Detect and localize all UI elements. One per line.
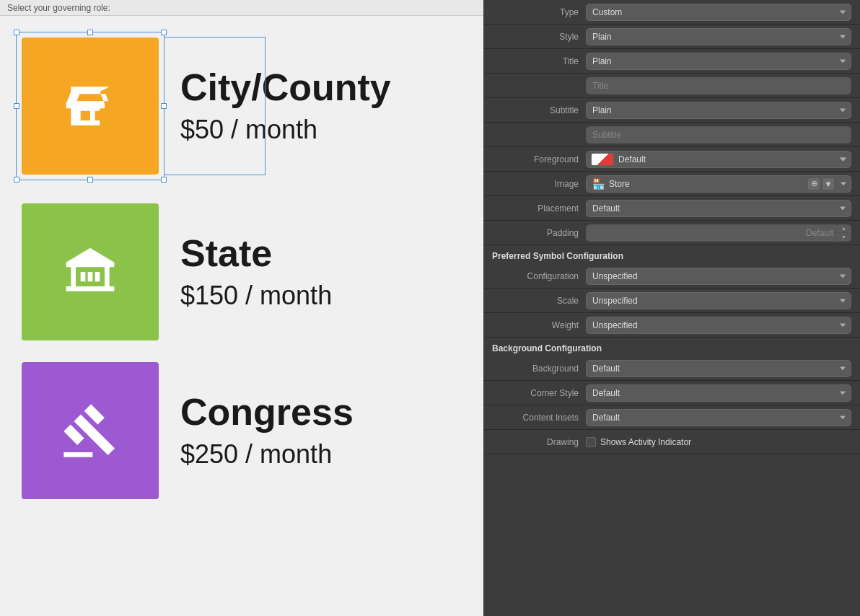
placement-value[interactable]: Default	[586, 200, 851, 217]
city-county-price: $50 / month	[180, 115, 391, 145]
congress-price: $250 / month	[180, 439, 354, 470]
image-prev-btn[interactable]: ⊕	[807, 177, 820, 190]
dim-line-h-bottom	[164, 175, 266, 175]
handle-ml[interactable]	[14, 103, 19, 109]
dim-line-h-top	[164, 37, 266, 38]
corner-style-value[interactable]: Default	[586, 384, 851, 402]
drawing-row: Drawing Shows Activity Indicator	[483, 430, 860, 454]
congress-icon-box	[22, 362, 159, 499]
configuration-dropdown[interactable]: Unspecified	[586, 268, 851, 285]
gavel-icon	[61, 402, 119, 459]
drawing-label: Drawing	[492, 437, 586, 447]
weight-dropdown[interactable]: Unspecified	[586, 317, 851, 334]
title-input-value[interactable]	[586, 77, 851, 94]
state-text: State $150 / month	[180, 233, 332, 310]
subtitle-input-row	[483, 123, 860, 147]
placement-row: Placement Default	[483, 196, 860, 221]
type-value[interactable]: Custom	[586, 4, 851, 21]
title-label: Title	[492, 56, 586, 66]
content-insets-value[interactable]: Default	[586, 409, 851, 426]
city-county-icon-box	[22, 38, 159, 175]
configuration-select-wrapper[interactable]: Unspecified	[586, 268, 851, 285]
corner-style-select-wrapper[interactable]: Default	[586, 384, 851, 402]
background-section-header: Background Configuration	[483, 338, 860, 356]
congress-title: Congress	[180, 392, 354, 433]
city-county-card[interactable]: City/County $50 / month	[22, 38, 462, 175]
city-county-title: City/County	[180, 67, 391, 108]
padding-label: Padding	[492, 228, 586, 238]
title-input-row	[483, 74, 860, 98]
handle-br[interactable]	[161, 177, 167, 182]
state-card[interactable]: State $150 / month	[22, 203, 462, 340]
title-input[interactable]	[586, 77, 851, 94]
background-label: Background	[492, 364, 586, 374]
scale-row: Scale Unspecified	[483, 289, 860, 313]
foreground-value[interactable]: Default	[586, 151, 851, 168]
corner-style-dropdown[interactable]: Default	[586, 384, 851, 402]
image-value[interactable]: 🏪 Store ⊕ ▼	[586, 175, 851, 193]
configuration-value[interactable]: Unspecified	[586, 268, 851, 285]
store-icon	[61, 77, 119, 135]
corner-style-label: Corner Style	[492, 388, 586, 398]
scale-value[interactable]: Unspecified	[586, 292, 851, 309]
title-select-wrapper[interactable]: Plain	[586, 53, 851, 70]
foreground-chevron	[841, 157, 846, 161]
handle-bl[interactable]	[14, 177, 19, 182]
title-dropdown[interactable]: Plain	[586, 53, 851, 70]
style-value[interactable]: Plain	[586, 28, 851, 45]
subtitle-select-wrapper[interactable]: Plain	[586, 102, 851, 119]
image-text: Store	[609, 179, 803, 189]
subtitle-input[interactable]	[586, 126, 851, 144]
padding-value[interactable]: Default ▲ ▼	[586, 224, 851, 242]
state-price: $150 / month	[180, 281, 332, 311]
subtitle-label: Subtitle	[492, 105, 586, 115]
image-next-btn[interactable]: ▼	[822, 177, 835, 190]
type-label: Type	[492, 7, 586, 17]
padding-spinner[interactable]: Default ▲ ▼	[586, 224, 851, 242]
handle-tm[interactable]	[87, 30, 93, 35]
foreground-color-swatch	[591, 153, 614, 166]
weight-row: Weight Unspecified	[483, 313, 860, 338]
weight-select-wrapper[interactable]: Unspecified	[586, 317, 851, 334]
scale-select-wrapper[interactable]: Unspecified	[586, 292, 851, 309]
title-value[interactable]: Plain	[586, 53, 851, 70]
city-county-text: City/County $50 / month	[180, 67, 391, 144]
preferred-symbol-section-header: Preferred Symbol Configuration	[483, 245, 860, 264]
type-dropdown[interactable]: Custom	[586, 4, 851, 21]
handle-mr[interactable]	[161, 103, 167, 109]
subtitle-input-value[interactable]	[586, 126, 851, 144]
style-dropdown[interactable]: Plain	[586, 28, 851, 45]
padding-text: Default	[592, 228, 833, 238]
handle-tr[interactable]	[161, 30, 167, 35]
handle-tl[interactable]	[14, 30, 19, 35]
subtitle-dropdown[interactable]: Plain	[586, 102, 851, 119]
dim-line-v	[265, 37, 266, 175]
title-row: Title Plain	[483, 49, 860, 74]
content-insets-label: Content Insets	[492, 413, 586, 423]
placement-select-wrapper[interactable]: Default	[586, 200, 851, 217]
drawing-value: Shows Activity Indicator	[586, 437, 851, 447]
background-select-wrapper[interactable]: Default	[586, 360, 851, 377]
foreground-select-wrapper[interactable]: Default	[586, 151, 851, 168]
type-select-wrapper[interactable]: Custom	[586, 4, 851, 21]
background-dropdown[interactable]: Default	[586, 360, 851, 377]
image-store-icon: 🏪	[592, 178, 605, 190]
background-value[interactable]: Default	[586, 360, 851, 377]
foreground-text: Default	[618, 154, 646, 164]
padding-up-arrow[interactable]: ▲	[837, 225, 851, 234]
weight-value[interactable]: Unspecified	[586, 317, 851, 334]
handle-bm[interactable]	[87, 177, 93, 182]
padding-down-arrow[interactable]: ▼	[837, 233, 851, 241]
congress-card[interactable]: Congress $250 / month	[22, 362, 462, 499]
placement-dropdown[interactable]: Default	[586, 200, 851, 217]
scale-dropdown[interactable]: Unspecified	[586, 292, 851, 309]
content-insets-dropdown[interactable]: Default	[586, 409, 851, 426]
style-select-wrapper[interactable]: Plain	[586, 28, 851, 45]
drawing-checkbox[interactable]	[586, 437, 596, 447]
placement-label: Placement	[492, 203, 586, 214]
drawing-checkbox-row: Shows Activity Indicator	[586, 437, 851, 447]
content-insets-select-wrapper[interactable]: Default	[586, 409, 851, 426]
weight-label: Weight	[492, 320, 586, 330]
image-chevron	[841, 182, 846, 185]
subtitle-value[interactable]: Plain	[586, 102, 851, 119]
